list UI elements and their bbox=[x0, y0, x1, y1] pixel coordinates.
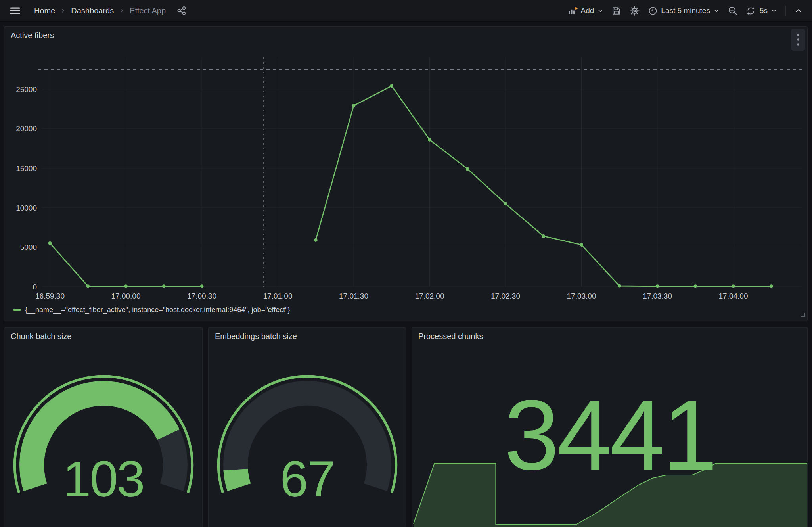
panel-resize-handle[interactable] bbox=[800, 312, 806, 319]
legend[interactable]: {__name__="effect_fiber_active", instanc… bbox=[13, 306, 290, 314]
gear-icon bbox=[629, 6, 640, 16]
nav-right: Add bbox=[564, 3, 806, 19]
zoom-out-button[interactable] bbox=[724, 3, 741, 19]
nav-left: Home Dashboards Effect App bbox=[6, 2, 190, 19]
grafana-dashboard: Home Dashboards Effect App bbox=[0, 0, 812, 527]
chevron-down-icon bbox=[771, 8, 777, 14]
svg-text:15000: 15000 bbox=[16, 164, 37, 172]
panel-add-icon bbox=[567, 6, 578, 16]
time-range-picker[interactable]: Last 5 minutes bbox=[644, 3, 723, 19]
svg-text:20000: 20000 bbox=[16, 125, 37, 133]
top-nav: Home Dashboards Effect App bbox=[0, 0, 812, 22]
clock-icon bbox=[648, 6, 658, 16]
chevron-down-icon bbox=[597, 8, 603, 14]
collapse-nav-button[interactable] bbox=[791, 4, 806, 18]
caret-up-icon bbox=[794, 6, 803, 15]
svg-text:10000: 10000 bbox=[16, 204, 37, 212]
timeseries-chart[interactable]: 050001000015000200002500016:59:3017:00:0… bbox=[4, 27, 807, 321]
share-icon bbox=[176, 6, 187, 16]
svg-text:17:00:30: 17:00:30 bbox=[187, 292, 216, 300]
breadcrumb-home[interactable]: Home bbox=[33, 6, 57, 16]
refresh-button[interactable] bbox=[742, 3, 757, 19]
add-panel-button[interactable]: Add bbox=[564, 3, 607, 19]
chevron-down-icon bbox=[713, 8, 720, 14]
svg-text:17:04:00: 17:04:00 bbox=[719, 292, 748, 300]
save-dashboard-button[interactable] bbox=[608, 3, 625, 19]
panel-active-fibers: Active fibers 05000100001500020000250001… bbox=[4, 26, 808, 321]
dashboard-settings-button[interactable] bbox=[626, 3, 643, 19]
refresh-interval-label: 5s bbox=[760, 6, 768, 15]
chevron-right-icon bbox=[60, 8, 66, 14]
breadcrumb: Home Dashboards Effect App bbox=[33, 6, 167, 16]
nav-divider bbox=[785, 6, 786, 16]
save-icon bbox=[611, 6, 621, 16]
legend-series-label: {__name__="effect_fiber_active", instanc… bbox=[25, 306, 290, 314]
svg-text:25000: 25000 bbox=[16, 85, 37, 94]
svg-text:5000: 5000 bbox=[20, 243, 37, 251]
legend-series-marker bbox=[13, 309, 21, 311]
svg-text:16:59:30: 16:59:30 bbox=[35, 292, 65, 300]
panel-processed-chunks: Processed chunks 3441 bbox=[412, 327, 808, 527]
stat-sparkline bbox=[412, 460, 807, 527]
time-range-label: Last 5 minutes bbox=[661, 6, 710, 15]
svg-text:17:02:30: 17:02:30 bbox=[491, 292, 520, 300]
breadcrumb-dashboards[interactable]: Dashboards bbox=[69, 6, 115, 16]
breadcrumb-current: Effect App bbox=[128, 6, 167, 16]
svg-text:17:03:30: 17:03:30 bbox=[643, 292, 672, 300]
refresh-icon bbox=[746, 6, 756, 16]
panel-title: Processed chunks bbox=[418, 332, 483, 341]
chevron-right-icon bbox=[119, 8, 125, 14]
svg-text:17:02:00: 17:02:00 bbox=[415, 292, 444, 300]
gauge-value: 67 bbox=[209, 454, 406, 504]
panel-embeddings-batch-size: Embeddings batch size 67 bbox=[208, 327, 406, 527]
menu-button[interactable] bbox=[6, 2, 25, 19]
hamburger-icon bbox=[9, 5, 21, 17]
svg-text:0: 0 bbox=[33, 283, 37, 291]
panel-title: Embeddings batch size bbox=[215, 332, 297, 341]
gauge-value: 103 bbox=[4, 454, 202, 504]
svg-text:17:01:00: 17:01:00 bbox=[263, 292, 293, 300]
panel-chunk-batch-size: Chunk batch size 103 bbox=[4, 327, 203, 527]
add-label: Add bbox=[581, 6, 594, 15]
refresh-interval-picker[interactable]: 5s bbox=[758, 4, 781, 18]
svg-text:17:01:30: 17:01:30 bbox=[339, 292, 368, 300]
svg-text:17:03:00: 17:03:00 bbox=[567, 292, 596, 300]
zoom-out-icon bbox=[728, 6, 738, 16]
share-button[interactable] bbox=[173, 3, 190, 19]
panel-title: Chunk batch size bbox=[11, 332, 71, 341]
svg-text:17:00:00: 17:00:00 bbox=[111, 292, 141, 300]
